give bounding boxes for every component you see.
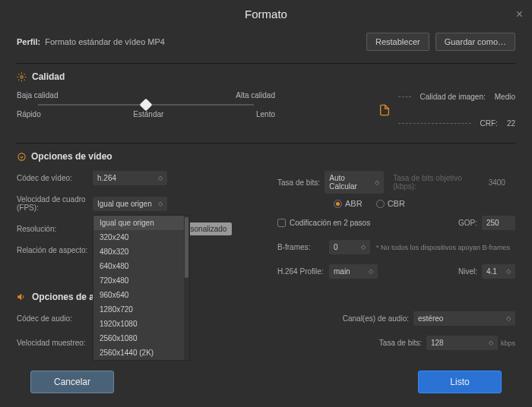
fps-select[interactable]: Igual que origen◇ <box>93 197 167 211</box>
bframes-note: * No todos los dispositivos apoyan B-fra… <box>376 244 510 251</box>
channels-label: Canal(es) de audio: <box>343 314 409 323</box>
sample-rate-label: Velocidad muestreo: <box>17 339 93 347</box>
divider <box>17 143 515 144</box>
audio-codec-label: Códec de audio: <box>17 314 93 323</box>
fps-label: Velocidad de cuadro (FPS): <box>17 195 93 212</box>
quality-heading: Calidad <box>32 71 65 82</box>
svg-marker-2 <box>18 294 22 300</box>
h264-profile-label: H.264 Profile: <box>277 267 329 276</box>
image-quality-label: Calidad de imagen: <box>420 93 486 101</box>
image-quality-value: Medio <box>495 93 515 101</box>
video-codec-label: Códec de vídeo: <box>17 174 93 182</box>
bframes-label: B-frames: <box>277 243 329 251</box>
aspect-label: Relación de aspecto: <box>17 246 93 254</box>
svg-point-0 <box>21 75 23 77</box>
resolution-option[interactable]: 2560x1080 <box>93 331 189 345</box>
scrollbar[interactable] <box>184 216 189 360</box>
audio-bitrate-select[interactable]: 128◇ <box>426 336 498 350</box>
close-icon[interactable]: × <box>516 8 523 21</box>
kbps-unit: kbps <box>501 339 515 347</box>
sound-icon <box>17 292 27 302</box>
channels-select[interactable]: estéreo◇ <box>413 311 515 326</box>
video-codec-select[interactable]: h.264◇ <box>93 171 167 185</box>
divider <box>17 63 515 64</box>
level-label: Nivel: <box>458 267 477 276</box>
fast-label: Rápido <box>17 110 41 118</box>
cancel-button[interactable]: Cancelar <box>30 371 114 393</box>
twopass-label: Codificación en 2 pasos <box>290 219 370 227</box>
resolution-option[interactable]: 320x240 <box>93 230 189 245</box>
dialog-title: Formato <box>0 0 532 33</box>
abr-radio[interactable]: ABR <box>334 199 363 208</box>
gear-icon <box>17 72 27 82</box>
resolution-option[interactable]: Igual que origen <box>93 216 189 230</box>
quality-slider[interactable] <box>38 104 254 106</box>
crf-value: 22 <box>507 119 515 128</box>
resolution-label: Resolución: <box>17 225 93 233</box>
done-button[interactable]: Listo <box>418 371 502 393</box>
level-select[interactable]: 4.1◇ <box>482 264 515 279</box>
svg-point-1 <box>17 153 24 159</box>
profile-label: Perfil: <box>17 37 40 46</box>
high-quality-label: Alta calidad <box>236 91 275 99</box>
chevron-down-icon[interactable] <box>17 152 26 161</box>
h264-profile-select[interactable]: main◇ <box>329 264 378 279</box>
resolution-option[interactable]: 720x480 <box>93 273 189 288</box>
bitrate-label: Tasa de bits: <box>277 178 325 187</box>
bframes-select[interactable]: 0◇ <box>329 240 370 254</box>
resolution-option[interactable]: 1920x1080 <box>93 317 189 331</box>
restore-button[interactable]: Restablecer <box>366 33 429 51</box>
resolution-option[interactable]: 1280x720 <box>93 302 189 317</box>
video-options-heading: Opciones de vídeo <box>31 151 112 162</box>
target-bitrate-label: Tasa de bits objetivo (kbps): <box>393 174 480 191</box>
slider-thumb[interactable] <box>140 99 153 112</box>
gop-input[interactable]: 250 <box>482 216 515 230</box>
slow-label: Lento <box>256 110 275 118</box>
save-as-button[interactable]: Guardar como… <box>435 33 515 51</box>
twopass-checkbox[interactable] <box>277 219 286 227</box>
resolution-option[interactable]: 960x640 <box>93 288 189 302</box>
resolution-option[interactable]: 2560x1440 (2K) <box>93 345 189 360</box>
low-quality-label: Baja calidad <box>17 91 58 99</box>
bitrate-select[interactable]: Auto Calcular◇ <box>325 171 384 194</box>
standard-label: Estándar <box>133 110 163 118</box>
file-icon <box>378 103 391 118</box>
profile-value: Formato estándar de vídeo MP4 <box>45 37 165 46</box>
crf-label: CRF: <box>480 119 498 128</box>
target-bitrate-input[interactable]: 3400 <box>484 175 515 190</box>
resolution-option[interactable]: 480x320 <box>93 245 189 259</box>
resolution-option[interactable]: 640x480 <box>93 259 189 273</box>
cbr-radio[interactable]: CBR <box>376 199 405 208</box>
audio-bitrate-label: Tasa de bits: <box>379 339 422 347</box>
resolution-dropdown[interactable]: Igual que origen320x240480x320640x480720… <box>93 215 190 361</box>
gop-label: GOP: <box>458 219 477 227</box>
